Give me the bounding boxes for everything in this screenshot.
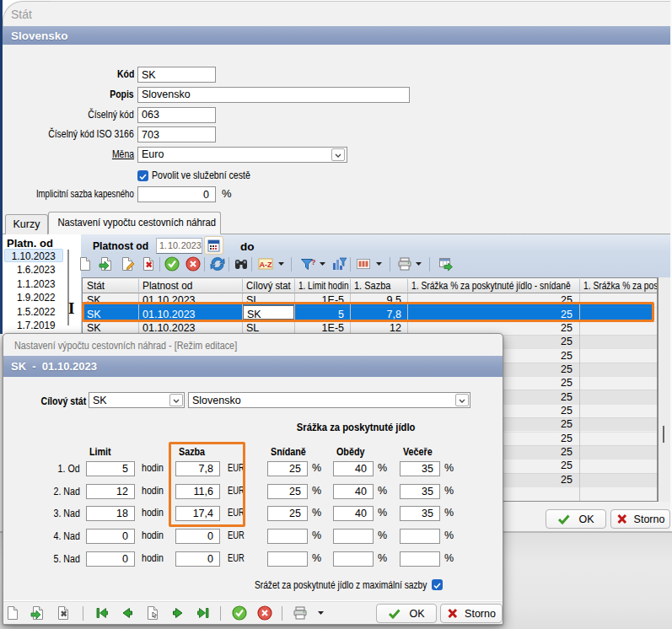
svg-text:A-Z: A-Z — [260, 261, 272, 269]
svg-text:?: ? — [311, 258, 315, 266]
